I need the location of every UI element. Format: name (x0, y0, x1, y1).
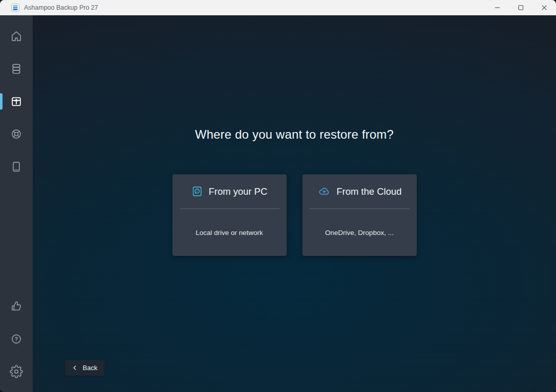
card-from-pc-title: From your PC (209, 186, 267, 197)
question-icon: ? (10, 332, 23, 346)
thumbs-up-icon (10, 300, 23, 313)
chevron-left-icon (71, 364, 78, 371)
page-title: Where do you want to restore from? (33, 127, 556, 142)
titlebar: Ashampoo Backup Pro 27 (0, 0, 556, 15)
sidebar-item-rate[interactable] (0, 290, 33, 323)
lifebuoy-icon (10, 127, 23, 141)
home-icon (10, 30, 23, 43)
stack-icon (10, 62, 23, 75)
card-from-pc[interactable]: From your PC Local drive or network (172, 174, 287, 256)
drive-icon (10, 160, 23, 173)
sidebar-item-backups[interactable] (0, 53, 33, 85)
card-from-cloud-subtitle-wrap: OneDrive, Dropbox, ... (302, 209, 417, 256)
svg-text:?: ? (15, 336, 18, 342)
window-controls (486, 0, 556, 15)
card-from-pc-subtitle: Local drive or network (195, 229, 263, 237)
restore-box-icon (10, 95, 23, 108)
card-from-cloud-header: From the Cloud (302, 174, 417, 208)
close-button[interactable] (533, 0, 556, 15)
sidebar-item-settings[interactable] (0, 355, 33, 388)
sidebar: ? (0, 15, 33, 392)
cloud-upload-icon (317, 186, 331, 197)
sidebar-item-restore[interactable] (0, 85, 33, 118)
card-from-cloud-title: From the Cloud (337, 186, 402, 197)
sidebar-item-device[interactable] (0, 150, 33, 183)
main-content: Where do you want to restore from? From … (33, 15, 556, 392)
card-from-pc-header: From your PC (172, 174, 287, 208)
sidebar-item-rescue[interactable] (0, 118, 33, 150)
active-indicator (0, 93, 3, 110)
window-title: Ashampoo Backup Pro 27 (24, 4, 98, 11)
gear-icon (10, 365, 23, 378)
hard-drive-icon (191, 186, 203, 197)
maximize-icon (518, 5, 523, 10)
back-button-label: Back (83, 364, 97, 372)
card-from-cloud-subtitle: OneDrive, Dropbox, ... (325, 229, 393, 237)
close-icon (542, 5, 547, 10)
app-body: ? Where do you want to restore from? (0, 15, 556, 392)
maximize-button[interactable] (509, 0, 533, 15)
card-from-cloud[interactable]: From the Cloud OneDrive, Dropbox, ... (302, 174, 417, 256)
app-logo-icon (11, 4, 19, 12)
back-button[interactable]: Back (65, 360, 105, 376)
sidebar-item-home[interactable] (0, 20, 33, 53)
minimize-icon (495, 5, 500, 10)
restore-source-options: From your PC Local drive or network (33, 174, 556, 256)
app-window: Ashampoo Backup Pro 27 (0, 0, 556, 392)
minimize-button[interactable] (486, 0, 509, 15)
card-from-pc-subtitle-wrap: Local drive or network (172, 209, 287, 256)
sidebar-item-help[interactable]: ? (0, 323, 33, 355)
